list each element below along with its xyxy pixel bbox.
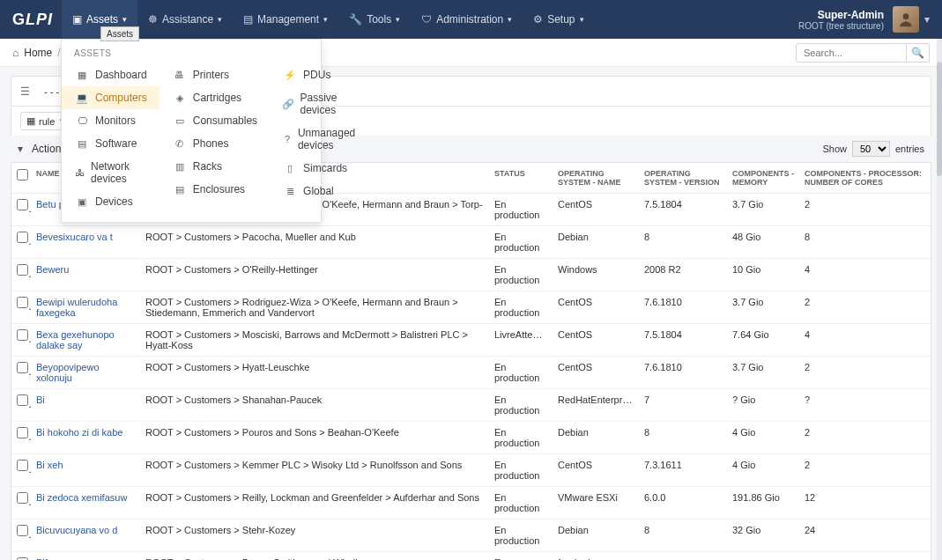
- row-cores: 2: [799, 357, 931, 389]
- dropdown-item-passive-devices[interactable]: 🔗Passive devices: [270, 86, 373, 122]
- row-name[interactable]: Bif: [31, 552, 140, 561]
- column-header[interactable]: [11, 163, 31, 194]
- row-name[interactable]: Beyopovipewo xolonuju: [31, 357, 140, 389]
- row-name[interactable]: Beweru: [31, 259, 140, 291]
- row-name[interactable]: Bewipi wulerudoha faxegeka: [31, 291, 140, 324]
- menu-administration[interactable]: 🛡Administration▾: [411, 0, 523, 39]
- row-osversion: 7.6.1810: [639, 357, 727, 389]
- row-osversion: [639, 552, 727, 561]
- row-cores: 8: [799, 226, 931, 259]
- table-row: Bevesixucaro va tROOT > Customers > Paco…: [11, 226, 931, 259]
- dropdown-item-unmanaged-devices[interactable]: ?Unmanaged devices: [270, 122, 373, 157]
- search-input[interactable]: [796, 43, 907, 63]
- row-entity: ROOT > Customers > O'Reilly-Hettinger: [140, 259, 489, 291]
- show-label: Show: [822, 144, 847, 154]
- show-count-select[interactable]: 50: [852, 141, 890, 157]
- laptop-icon: 💻: [74, 92, 90, 104]
- dropdown-item-network-devices[interactable]: 🖧Network devices: [62, 155, 159, 190]
- row-cores: 24: [799, 519, 931, 552]
- menu-tools[interactable]: 🔧Tools▾: [338, 0, 411, 39]
- table-row: Bi hokoho zi di kabeROOT > Customers > P…: [11, 422, 931, 454]
- row-status: En production: [489, 226, 553, 259]
- row-name[interactable]: Bi: [31, 389, 140, 422]
- row-checkbox[interactable]: [17, 329, 28, 341]
- list-icon: ≣: [282, 186, 298, 197]
- row-entity: ROOT > Customers > Pouros and Sons > Bea…: [140, 422, 489, 454]
- home-icon[interactable]: ⌂: [12, 47, 19, 59]
- menu-assistance[interactable]: ☸Assistance▾: [137, 0, 233, 39]
- link-icon: 🔗: [282, 99, 294, 110]
- row-osversion: 7: [639, 389, 727, 422]
- column-header[interactable]: OPERATING SYSTEM - NAME: [553, 163, 639, 194]
- dropdown-item-global[interactable]: ≣Global: [270, 180, 373, 203]
- menu-management[interactable]: ▤Management▾: [233, 0, 338, 39]
- column-header[interactable]: STATUS: [489, 163, 553, 194]
- user-name: Super-Admin: [798, 9, 884, 21]
- row-name[interactable]: Bevesixucaro va t: [31, 226, 140, 259]
- rack-icon: ▥: [172, 161, 188, 173]
- row-status: En production: [489, 519, 553, 552]
- row-name[interactable]: Bi zedoca xemifasuw: [31, 487, 140, 519]
- row-os: Windows: [553, 259, 639, 291]
- dropdown-item-printers[interactable]: 🖶Printers: [159, 63, 270, 86]
- row-name[interactable]: Bicuvucuyana vo d: [31, 519, 140, 552]
- filter-icon[interactable]: ▾: [18, 143, 23, 155]
- row-osversion: 7.5.1804: [639, 194, 727, 226]
- row-entity: ROOT > Customers > Reilly, Lockman and G…: [140, 487, 489, 519]
- select-all-checkbox[interactable]: [17, 169, 28, 181]
- row-osversion: 8: [639, 519, 727, 552]
- search-icon: 🔍: [911, 47, 924, 59]
- row-checkbox[interactable]: [17, 460, 28, 471]
- table-row: Bexa gexehunopo dalake sayROOT > Custome…: [11, 324, 931, 357]
- chip-icon: ▣: [74, 196, 90, 208]
- row-checkbox[interactable]: [17, 394, 28, 406]
- row-cores: 4: [799, 324, 931, 357]
- dropdown-item-computers[interactable]: 💻Computers: [62, 86, 159, 109]
- dropdown-item-monitors[interactable]: 🖵Monitors: [62, 109, 159, 132]
- dropdown-item-consumables[interactable]: ▭Consumables: [159, 109, 270, 132]
- row-entity: ROOT > Customers > Stehr-Kozey: [140, 519, 489, 552]
- row-checkbox[interactable]: [17, 199, 28, 210]
- grid-icon: ▦: [74, 70, 90, 81]
- search-button[interactable]: 🔍: [907, 43, 930, 63]
- row-entity: ROOT > Customers > Hyatt-Leuschke: [140, 357, 489, 389]
- row-osversion: 8: [639, 422, 727, 454]
- column-header[interactable]: COMPONENTS - PROCESSOR: NUMBER OF CORES: [799, 163, 931, 194]
- row-memory: 10 Gio: [727, 259, 799, 291]
- dropdown-item-simcards[interactable]: ▯Simcards: [270, 157, 373, 180]
- row-checkbox[interactable]: [17, 297, 28, 308]
- row-name[interactable]: Bi xeh: [31, 454, 140, 487]
- row-checkbox[interactable]: [17, 362, 28, 373]
- dropdown-item-enclosures[interactable]: ▤Enclosures: [159, 178, 270, 201]
- scrollbar[interactable]: [937, 39, 942, 560]
- row-checkbox[interactable]: [17, 492, 28, 504]
- row-os: Debian: [553, 226, 639, 259]
- dropdown-item-devices[interactable]: ▣Devices: [62, 190, 159, 213]
- row-checkbox[interactable]: [17, 232, 28, 243]
- dropdown-item-racks[interactable]: ▥Racks: [159, 155, 270, 178]
- column-header[interactable]: OPERATING SYSTEM - VERSION: [639, 163, 727, 194]
- monitor-icon: 🖵: [74, 115, 90, 126]
- hamburger-icon[interactable]: ☰: [20, 85, 30, 98]
- row-checkbox[interactable]: [17, 264, 28, 276]
- menu-setup[interactable]: ⚙Setup▾: [523, 0, 594, 39]
- row-entity: ROOT > Customers > Braun, Smitham and Wi…: [140, 552, 489, 561]
- row-name[interactable]: Bexa gexehunopo dalake say: [31, 324, 140, 357]
- row-name[interactable]: Bi hokoho zi di kabe: [31, 422, 140, 454]
- avatar[interactable]: [893, 6, 919, 33]
- dropdown-item-phones[interactable]: ✆Phones: [159, 132, 270, 155]
- row-memory: 191.86 Gio: [727, 487, 799, 519]
- breadcrumb-home[interactable]: Home: [24, 47, 52, 59]
- table-row: BiROOT > Customers > Shanahan-PaucekEn p…: [11, 389, 931, 422]
- row-status: En production: [489, 389, 553, 422]
- dropdown-item-dashboard[interactable]: ▦Dashboard: [62, 63, 159, 86]
- row-checkbox[interactable]: [17, 427, 28, 438]
- column-header[interactable]: COMPONENTS - MEMORY: [727, 163, 799, 194]
- row-checkbox[interactable]: [17, 525, 28, 536]
- show-suffix: entries: [895, 144, 924, 154]
- user-area[interactable]: Super-Admin ROOT (tree structure) ▾: [798, 6, 930, 33]
- row-cores: 4: [799, 259, 931, 291]
- dropdown-item-pdus[interactable]: ⚡PDUs: [270, 63, 373, 86]
- dropdown-item-cartridges[interactable]: ◈Cartridges: [159, 86, 270, 109]
- dropdown-item-software[interactable]: ▤Software: [62, 132, 159, 155]
